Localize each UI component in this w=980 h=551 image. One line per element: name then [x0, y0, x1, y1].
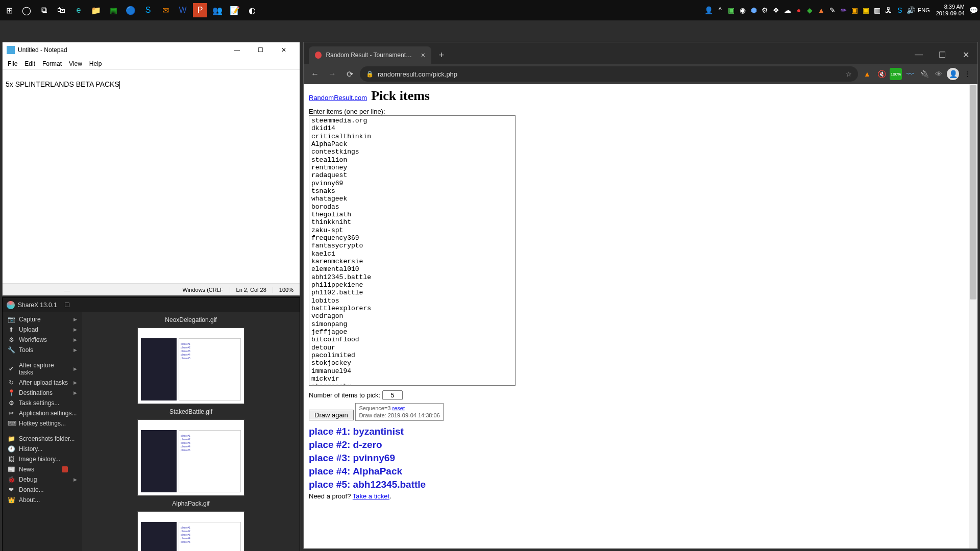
powerpoint-icon[interactable]: P	[193, 3, 207, 17]
tray-icon[interactable]: ◉	[738, 6, 747, 15]
sharex-titlebar[interactable]: ShareX 13.0.1 — ☐ ✕	[3, 298, 300, 312]
sidebar-item-icon: ⚙	[8, 336, 15, 343]
forward-button[interactable]: →	[325, 67, 339, 81]
sidebar-item[interactable]: 📷Capture▶	[3, 314, 82, 324]
notifications-icon[interactable]: 💬	[969, 6, 978, 15]
tray-icon[interactable]: ⚙	[761, 6, 770, 15]
tray-volume-icon[interactable]: 🔊	[906, 6, 916, 15]
tray-icon[interactable]: ✎	[828, 6, 837, 15]
brand-link[interactable]: RandomResult.com	[309, 94, 367, 102]
sidebar-item[interactable]: ⌨Hotkey settings...	[3, 418, 82, 429]
sidebar-item[interactable]: ↻After upload tasks▶	[3, 378, 82, 388]
sidebar-item[interactable]: 👑About...	[3, 495, 82, 505]
thumbnail[interactable]: place #1place #2place #3place #4place #5	[137, 419, 244, 496]
chrome-icon[interactable]: 🔵	[124, 3, 138, 17]
scrollbar-thumb[interactable]	[970, 85, 976, 299]
menu-edit[interactable]: Edit	[21, 59, 38, 68]
num-items-input[interactable]	[382, 390, 403, 400]
skype-icon[interactable]: S	[141, 3, 155, 17]
close-button[interactable]: ✕	[272, 42, 296, 58]
chrome-menu-icon[interactable]: ⋮	[961, 68, 973, 80]
tray-people-icon[interactable]: 👤	[704, 6, 714, 15]
word-icon[interactable]: W	[176, 3, 190, 17]
sharex-taskbar-icon[interactable]: ◐	[245, 3, 259, 17]
tray-icon[interactable]: ❖	[772, 6, 781, 15]
maximize-button[interactable]: ☐	[57, 298, 78, 312]
new-tab-button[interactable]: +	[434, 48, 449, 62]
sidebar-item[interactable]: ⚙Workflows▶	[3, 335, 82, 345]
extension-icon[interactable]: 100%	[890, 68, 902, 80]
sidebar-item[interactable]: ⚙Task settings...	[3, 398, 82, 408]
sidebar-item[interactable]: ⬆Upload▶	[3, 324, 82, 335]
tab-close-icon[interactable]: ×	[421, 51, 425, 59]
notepad-titlebar[interactable]: Untitled - Notepad — ☐ ✕	[3, 42, 300, 58]
draw-again-button[interactable]: Draw again	[309, 410, 354, 420]
taskview-icon[interactable]: ⧉	[37, 3, 51, 17]
tray-icon[interactable]: ◆	[805, 6, 815, 15]
cortana-icon[interactable]: ◯	[19, 3, 34, 17]
tray-skype-icon[interactable]: S	[895, 6, 904, 15]
tray-icon[interactable]: ▣	[727, 6, 736, 15]
sidebar-item-label: Application settings...	[19, 410, 77, 417]
minimize-button[interactable]: —	[57, 284, 78, 298]
tray-language[interactable]: ENG	[918, 7, 930, 13]
tray-icon[interactable]: ☁	[783, 6, 792, 15]
maximize-button[interactable]: ☐	[249, 42, 272, 58]
edge-icon[interactable]: e	[71, 3, 86, 17]
thumbnail[interactable]: place #1place #2place #3place #4place #5	[137, 511, 244, 551]
browser-tab[interactable]: Random Result - Tournament dra ×	[309, 46, 431, 64]
store-icon[interactable]: 🛍	[54, 3, 68, 17]
sidebar-item[interactable]: 📁Screenshots folder...	[3, 434, 82, 444]
menu-view[interactable]: View	[66, 59, 85, 68]
notepad-textarea[interactable]: 5x SPLINTERLANDS BETA PACKS	[3, 70, 300, 283]
notepad-icon[interactable]: 📝	[228, 3, 242, 17]
profile-avatar[interactable]: 👤	[947, 68, 959, 80]
taskbar-clock[interactable]: 8:39 AM 2019-09-04	[936, 4, 965, 17]
reset-link[interactable]: reset	[393, 405, 405, 411]
start-button[interactable]: ⊞	[2, 3, 16, 17]
extension-icon[interactable]: 🔇	[875, 68, 888, 80]
close-button[interactable]: ✕	[954, 45, 977, 64]
extension-icon[interactable]: 〰	[904, 68, 916, 80]
thumbnail[interactable]: place #1place #2place #3place #4place #5	[137, 328, 244, 404]
maximize-button[interactable]: ☐	[930, 45, 954, 64]
excel-icon[interactable]: ▦	[106, 3, 120, 17]
tray-icon[interactable]: ▣	[862, 6, 871, 15]
tray-icon[interactable]: ✏	[839, 6, 848, 15]
sidebar-item[interactable]: 🐞Debug▶	[3, 474, 82, 485]
minimize-button[interactable]: —	[907, 45, 930, 64]
sidebar-item[interactable]: 🖼Image history...	[3, 454, 82, 464]
sidebar-item[interactable]: 📍Destinations▶	[3, 388, 82, 398]
teams-icon[interactable]: 👥	[210, 3, 225, 17]
outlook-icon[interactable]: ✉	[158, 3, 173, 17]
sidebar-item[interactable]: ✔After capture tasks▶	[3, 360, 82, 378]
page-scrollbar[interactable]	[969, 84, 977, 548]
items-textarea[interactable]	[309, 115, 516, 386]
take-ticket-link[interactable]: Take a ticket	[353, 492, 389, 500]
tray-icon[interactable]: ▥	[873, 6, 882, 15]
menu-help[interactable]: Help	[86, 59, 105, 68]
explorer-icon[interactable]: 📁	[89, 3, 103, 17]
tray-icon[interactable]: ▲	[817, 6, 826, 15]
minimize-button[interactable]: —	[225, 42, 249, 58]
sidebar-item[interactable]: 🔧Tools▶	[3, 345, 82, 355]
reload-button[interactable]: ⟳	[342, 67, 357, 81]
menu-file[interactable]: File	[5, 59, 20, 68]
clock-time: 8:39 AM	[936, 4, 965, 10]
tray-icon[interactable]: ⬢	[749, 6, 758, 15]
address-bar[interactable]: 🔒 randomresult.com/pick.php ☆	[360, 66, 858, 82]
menu-format[interactable]: Format	[39, 59, 65, 68]
tray-icon[interactable]: 🖧	[884, 6, 893, 15]
extension-icon[interactable]: 🔌	[918, 68, 930, 80]
extension-icon[interactable]: 👁	[933, 68, 945, 80]
tray-icon[interactable]: ▣	[850, 6, 860, 15]
bookmark-star-icon[interactable]: ☆	[846, 70, 852, 78]
extension-icon[interactable]: ▲	[861, 68, 873, 80]
sidebar-item[interactable]: ❤Donate...	[3, 485, 82, 495]
tray-up-icon[interactable]: ^	[716, 6, 725, 15]
sidebar-item[interactable]: ✂Application settings...	[3, 408, 82, 418]
tray-icon[interactable]: ●	[794, 6, 803, 15]
sidebar-item[interactable]: 📰News	[3, 464, 82, 474]
back-button[interactable]: ←	[308, 67, 322, 81]
sidebar-item[interactable]: 🕘History...	[3, 444, 82, 454]
